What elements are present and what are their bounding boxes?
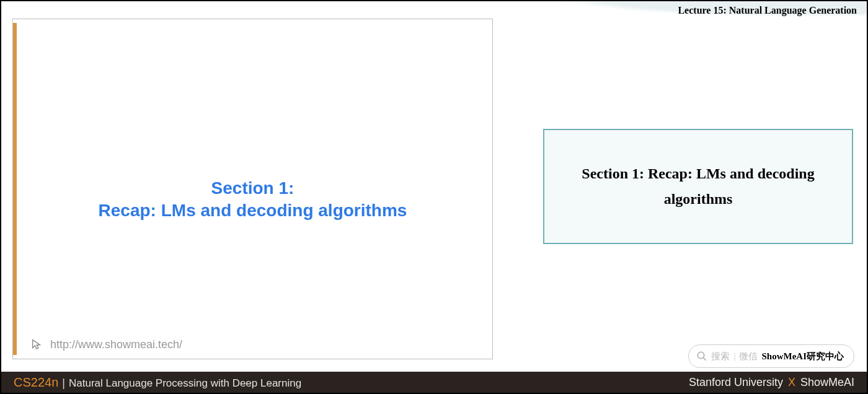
course-name: Natural Language Processing with Deep Le…	[69, 377, 301, 390]
footer-bar: CS224n | Natural Language Processing wit…	[1, 372, 867, 393]
svg-point-0	[698, 352, 705, 359]
search-hint: 搜索	[711, 351, 730, 362]
cursor-icon	[30, 338, 44, 351]
footer-separator: |	[62, 377, 65, 390]
slide-title: Section 1: Recap: LMs and decoding algor…	[13, 177, 492, 222]
svg-line-1	[704, 357, 707, 361]
slide-preview: Section 1: Recap: LMs and decoding algor…	[12, 19, 493, 359]
slide-title-line2: Recap: LMs and decoding algorithms	[13, 199, 492, 222]
lecture-title: Lecture 15: Natural Language Generation	[678, 5, 857, 16]
callout-text: Section 1: Recap: LMs and decoding algor…	[563, 161, 833, 212]
course-code: CS224n	[14, 375, 58, 390]
search-channel-label: 微信	[739, 351, 758, 362]
footer-left: CS224n | Natural Language Processing wit…	[14, 375, 301, 390]
footer-x-separator: X	[788, 376, 795, 389]
search-brand: ShowMeAI研究中心	[761, 351, 844, 362]
search-separator: |	[733, 351, 735, 362]
partner-name: ShowMeAI	[800, 376, 854, 389]
institution-name: Stanford University	[689, 376, 783, 389]
search-icon	[696, 351, 707, 362]
slide-title-line1: Section 1:	[13, 177, 492, 199]
slide-footer-url: http://www.showmeai.tech/	[50, 338, 182, 351]
section-callout: Section 1: Recap: LMs and decoding algor…	[543, 129, 853, 244]
search-wechat-pill[interactable]: 搜索 | 微信 ShowMeAI研究中心	[688, 344, 854, 368]
slide-footer: http://www.showmeai.tech/	[30, 338, 182, 351]
footer-right: Stanford University X ShowMeAI	[689, 376, 854, 389]
